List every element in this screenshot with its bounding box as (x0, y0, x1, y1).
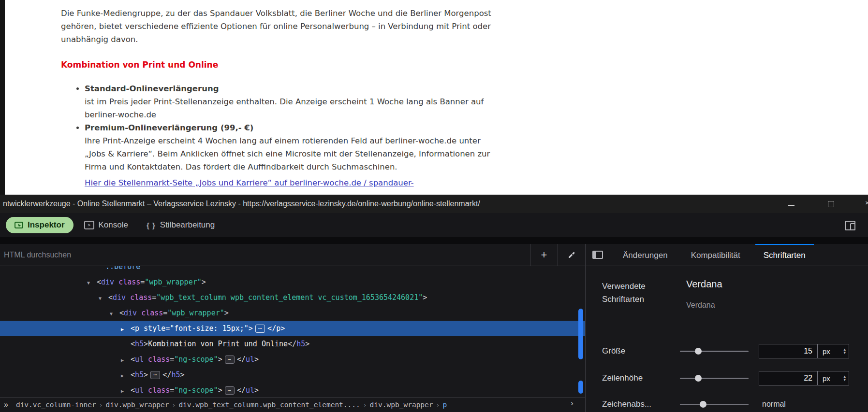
markup-row[interactable]: ▶<ul class="ng-scope">⋯</ul> (0, 352, 585, 367)
code-punct: > (144, 370, 148, 379)
breadcrumb-separator-icon: › (436, 401, 440, 409)
breadcrumb-item[interactable]: div.wpb_wrapper (106, 401, 169, 409)
code-punct: < (131, 324, 135, 333)
article-body: Die Funke-Mediengruppe, zu der das Spand… (61, 7, 503, 189)
tab-stilbearbeitung[interactable]: { } Stilbearbeitung (139, 213, 222, 237)
breadcrumb-item[interactable]: div.vc_column-inner (16, 401, 96, 409)
collapsed-children-badge[interactable]: ⋯ (225, 386, 235, 395)
markup-row[interactable]: ▼<div class="wpb_text_column wpb_content… (0, 290, 585, 305)
code-punct: > (254, 355, 259, 364)
toolbar-separator (0, 237, 868, 244)
breadcrumb-separator-icon: › (99, 401, 103, 409)
markup-row[interactable]: ▼<div class="wpb_wrapper"> (0, 305, 585, 321)
code-tag: div (101, 278, 114, 286)
slider-track (680, 351, 749, 352)
code-punct: < (131, 386, 135, 395)
code-punct: > (280, 324, 285, 333)
plus-icon: + (541, 250, 547, 260)
code-punct: > (202, 278, 206, 286)
braces-icon: { } (147, 221, 156, 229)
code-punct: = (170, 355, 174, 364)
code-punct: </ (237, 386, 246, 395)
code-punct: </ (288, 340, 296, 348)
eyedropper-button[interactable] (558, 244, 585, 266)
markup-row[interactable]: ::before (0, 266, 585, 274)
twisty-right-icon[interactable]: ▶ (121, 322, 131, 337)
tab-label: Änderungen (623, 251, 668, 260)
line-height-unit-select[interactable]: px ▴ ▾ (817, 371, 849, 385)
twisty-right-icon[interactable]: ▶ (121, 384, 131, 397)
code-punct: > (254, 386, 259, 395)
tab-kompatibilitaet[interactable]: Kompatibilität (683, 244, 749, 266)
line-height-slider[interactable] (680, 371, 749, 385)
line-height-input[interactable] (759, 371, 818, 385)
tab-label: Konsole (99, 220, 128, 230)
markup-row[interactable]: ▶<h5>⋯</h5> (0, 367, 585, 383)
tab-inspektor[interactable]: Inspektor (6, 217, 74, 233)
code-pseudo: ::before (105, 266, 140, 271)
code-punct: </ (237, 355, 246, 364)
slider-thumb[interactable] (695, 348, 702, 355)
code-tag: ul (246, 355, 254, 364)
breadcrumb-item[interactable]: p (442, 401, 447, 409)
slider-thumb[interactable] (700, 401, 706, 408)
maximize-button[interactable] (828, 201, 834, 207)
code-punct: < (119, 309, 124, 317)
breadcrumb-overflow-icon[interactable]: » (4, 400, 8, 409)
stepper-down-icon[interactable]: ▾ (843, 351, 846, 355)
font-size-input[interactable] (759, 344, 818, 358)
markup-search-bar: + (0, 244, 585, 266)
collapsed-children-badge[interactable]: ⋯ (255, 325, 265, 333)
code-str: "font-size: 15px;" (170, 324, 249, 333)
twisty-down-icon[interactable]: ▼ (99, 291, 108, 306)
markup-row[interactable]: <h5>Kombination von Print und Online</h5… (0, 336, 585, 352)
console-icon: > (84, 221, 94, 229)
collapsed-children-badge[interactable]: ⋯ (150, 371, 160, 379)
code-punct: = (152, 293, 156, 302)
markup-row[interactable]: ▶<ul class="ng-scope">⋯</ul> (0, 383, 585, 397)
code-punct: < (97, 278, 101, 286)
stepper-down-icon[interactable]: ▾ (843, 378, 846, 382)
tab-konsole[interactable]: > Konsole (76, 213, 136, 237)
markup-row[interactable]: ▼<div class="wpb_wrapper"> (0, 274, 585, 290)
twisty-down-icon[interactable]: ▼ (87, 275, 97, 291)
tab-schriftarten[interactable]: Schriftarten (755, 244, 814, 266)
devtools-window-titlebar[interactable]: ntwicklerwerkzeuge - Online Stellenmarkt… (0, 195, 868, 213)
minimize-button[interactable] (788, 205, 794, 206)
collapse-sidebar-icon[interactable] (592, 251, 603, 259)
tab-aenderungen[interactable]: Änderungen (615, 244, 676, 266)
code-punct: </ (267, 324, 276, 333)
stellenmarkt-link[interactable]: Hier die Stellenmarkt-Seite „Jobs und Ka… (85, 176, 414, 189)
twisty-right-icon[interactable]: ▶ (121, 368, 131, 384)
intro-paragraph: Die Funke-Mediengruppe, zu der das Spand… (61, 7, 503, 46)
add-node-button[interactable]: + (530, 244, 558, 266)
twisty-down-icon[interactable]: ▼ (110, 306, 119, 322)
collapsed-children-badge[interactable]: ⋯ (225, 355, 235, 364)
markup-row[interactable]: ▶<p style="font-size: 15px;">⋯</p> (0, 321, 585, 336)
unit-label: px (823, 347, 830, 355)
font-size-unit-select[interactable]: px ▴ ▾ (817, 344, 849, 358)
code-punct: < (131, 370, 135, 379)
unit-stepper: ▴ ▾ (843, 375, 846, 382)
font-size-slider[interactable] (680, 344, 749, 358)
vertical-scrollbar-thumb[interactable] (578, 309, 583, 359)
scrollbar-thumb-secondary[interactable] (578, 381, 583, 394)
bullet-list: Standard-Onlineverlängerung ist im Preis… (61, 82, 503, 173)
code-tag: div (124, 309, 137, 317)
list-item-body: Ihre Print-Anzeige erscheint 4 Wochen la… (85, 134, 503, 173)
unit-label: px (823, 374, 830, 383)
slider-thumb[interactable] (695, 375, 702, 382)
close-button[interactable]: × (865, 199, 868, 207)
breadcrumb-item[interactable]: div.wpb_text_column.wpb_content_element.… (178, 401, 360, 409)
search-input[interactable] (0, 244, 530, 266)
code-attr: class (137, 309, 163, 317)
responsive-design-mode-icon[interactable] (845, 221, 855, 230)
breadcrumb-next-icon[interactable]: › (571, 398, 574, 408)
twisty-right-icon[interactable]: ▶ (121, 353, 131, 368)
font-family-name[interactable]: Verdana (686, 279, 722, 290)
letter-spacing-slider[interactable] (680, 397, 749, 412)
breadcrumb-item[interactable]: div.wpb_wrapper (370, 401, 433, 409)
list-item-title: Standard-Onlineverlängerung (85, 82, 503, 95)
code-punct: > (224, 309, 229, 317)
code-punct: < (131, 355, 135, 364)
